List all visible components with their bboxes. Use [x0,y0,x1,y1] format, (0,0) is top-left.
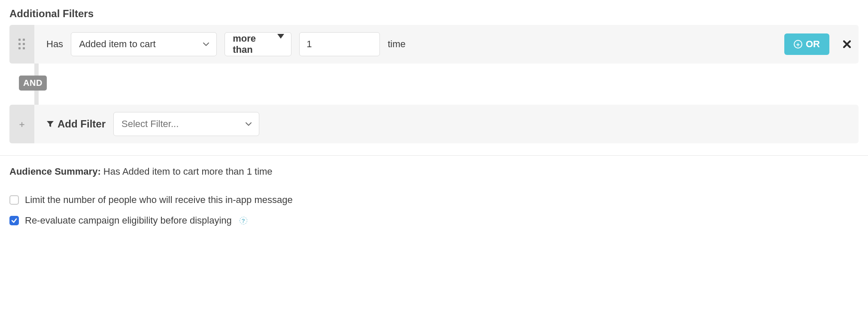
limit-checkbox[interactable] [9,195,19,205]
limit-checkbox-row: Limit the number of people who will rece… [9,194,859,206]
reevaluate-checkbox-row: Re-evaluate campaign eligibility before … [9,215,859,226]
plus-circle-icon: + [794,40,802,48]
filter-prefix-label: Has [46,39,63,50]
connector: AND [9,64,859,105]
add-or-button[interactable]: + OR [784,33,829,55]
drag-handle[interactable] [9,25,34,64]
filter-row: Has Added item to cart more than time + [9,25,859,64]
select-filter-dropdown[interactable]: Select Filter... [113,112,259,136]
chevron-down-icon [245,121,252,127]
close-icon [843,40,851,48]
add-filter-row: ＋ Add Filter Select Filter... [9,105,859,143]
add-filter-label: Add Filter [46,118,106,130]
reevaluate-checkbox[interactable] [9,216,19,225]
comparator-select[interactable]: more than [225,32,291,56]
comparator-select-value: more than [233,33,276,55]
add-filter-body: Add Filter Select Filter... [34,112,851,136]
remove-filter-button[interactable] [843,39,851,50]
audience-summary-label: Audience Summary: [9,166,101,177]
select-filter-placeholder: Select Filter... [121,118,179,130]
reevaluate-checkbox-label: Re-evaluate campaign eligibility before … [25,215,232,226]
event-select-value: Added item to cart [79,39,156,50]
filter-suffix-label: time [388,39,406,50]
audience-summary-text: Has Added item to cart more than 1 time [103,166,273,177]
funnel-icon [46,120,54,128]
drag-handle-icon [18,39,25,50]
audience-summary: Audience Summary: Has Added item to cart… [9,166,859,177]
or-button-label: OR [806,39,820,50]
help-icon[interactable]: ? [240,217,247,224]
section-title: Additional Filters [9,8,859,20]
filter-body: Has Added item to cart more than time [34,32,776,56]
add-filter-handle[interactable]: ＋ [9,105,34,143]
filters-container: Has Added item to cart more than time + [9,25,859,143]
chevron-down-icon [203,41,209,48]
divider [0,155,868,156]
event-select[interactable]: Added item to cart [71,32,217,56]
plus-icon: ＋ [18,118,26,130]
add-filter-text: Add Filter [58,118,106,130]
limit-checkbox-label: Limit the number of people who will rece… [25,194,293,206]
and-badge: AND [19,76,47,91]
count-input[interactable] [299,32,380,56]
caret-down-icon [277,39,284,50]
filter-row-actions: + OR [776,33,851,55]
